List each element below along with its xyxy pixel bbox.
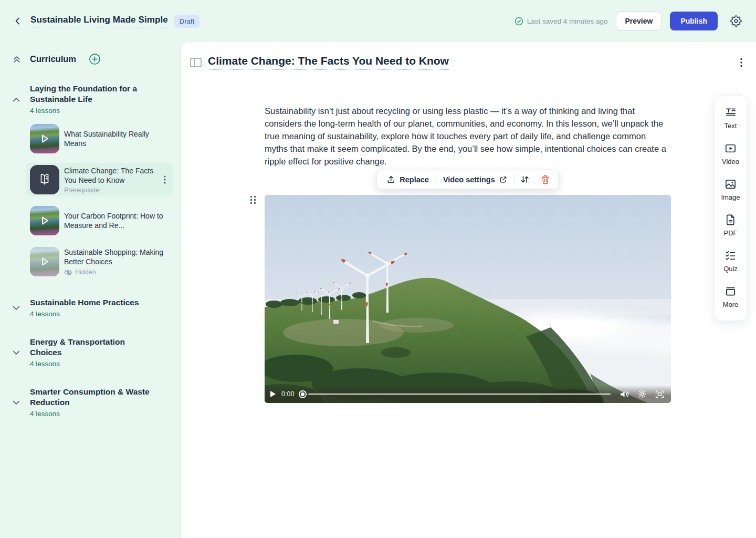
back-icon[interactable] (13, 16, 23, 26)
quiz-block-icon (724, 250, 737, 262)
topbar: Sustainable Living Made Simple Draft Las… (0, 0, 756, 42)
add-pdf-block[interactable]: PDF (715, 208, 747, 244)
lesson-prerequisite-label: Prerequisite (64, 187, 158, 194)
curriculum-section: Sustainable Home Practices 4 lessons (13, 297, 173, 318)
volume-icon[interactable] (620, 390, 629, 398)
section-title: Sustainable Home Practices (30, 297, 139, 308)
section-header[interactable]: Sustainable Home Practices 4 lessons (13, 297, 173, 318)
fullscreen-icon[interactable] (655, 390, 665, 399)
add-image-block[interactable]: Image (715, 172, 747, 208)
video-settings-button[interactable]: Video settings (436, 170, 514, 189)
open-book-icon (37, 173, 52, 187)
delete-block-button[interactable] (536, 170, 556, 189)
curriculum-header: Curriculum (30, 54, 76, 64)
section-title: Energy & Transportation Choices (30, 337, 156, 358)
palette-label: Quiz (723, 265, 738, 273)
upload-icon (386, 175, 395, 184)
lesson-video-thumbnail (30, 206, 59, 235)
add-text-block[interactable]: Text (715, 101, 747, 137)
move-block-button[interactable] (515, 170, 536, 189)
section-header[interactable]: Energy & Transportation Choices 4 lesson… (13, 337, 173, 368)
palette-label: More (723, 301, 739, 308)
lesson-page-title[interactable]: Climate Change: The Facts You Need to Kn… (208, 55, 449, 70)
more-blocks-icon (724, 285, 737, 297)
lesson-kebab-icon[interactable] (162, 175, 167, 184)
reading-lesson-tile (30, 165, 59, 194)
trash-icon (541, 175, 550, 184)
lesson-item[interactable]: Your Carbon Footprint: How to Measure an… (26, 204, 173, 237)
video-time: 0:00 (281, 390, 294, 398)
video-settings-gear-icon[interactable] (637, 389, 647, 399)
lesson-title: Your Carbon Footprint: How to Measure an… (64, 211, 169, 230)
lesson-item[interactable]: What Sustainability Really Means (26, 122, 173, 156)
play-icon (30, 124, 59, 153)
chevron-down-icon[interactable] (13, 298, 21, 318)
lesson-hidden-label: Hidden (75, 268, 96, 276)
status-badge: Draft (174, 15, 200, 28)
section-lesson-count: 4 lessons (30, 107, 156, 115)
content-block-palette: Text Video Image PDF Quiz More (714, 95, 747, 321)
add-quiz-block[interactable]: Quiz (715, 244, 747, 280)
video-block-icon (724, 142, 737, 154)
curriculum-section: Smarter Consumption & Waste Reduction 4 … (13, 387, 173, 418)
eye-off-icon (64, 269, 72, 276)
palette-label: Text (724, 122, 737, 130)
course-title[interactable]: Sustainable Living Made Simple (30, 15, 168, 27)
lesson-options-kebab-icon[interactable] (740, 58, 742, 67)
palette-label: PDF (724, 229, 738, 237)
chevron-up-icon[interactable] (13, 85, 21, 115)
scrubber-handle[interactable] (298, 390, 307, 399)
add-video-block[interactable]: Video (715, 137, 747, 172)
curriculum-section: Laying the Foundation for a Sustainable … (13, 84, 173, 278)
video-controls: 0:00 (265, 385, 671, 403)
section-title: Laying the Foundation for a Sustainable … (30, 84, 156, 105)
add-section-icon[interactable] (89, 54, 100, 65)
replace-label: Replace (400, 175, 429, 184)
lesson-title: What Sustainability Really Means (64, 129, 169, 148)
lesson-video-thumbnail (30, 247, 59, 276)
publish-button[interactable]: Publish (670, 12, 718, 30)
collapse-all-icon[interactable] (13, 55, 21, 64)
wind-turbines-video-frame (265, 195, 671, 403)
lesson-item-hidden[interactable]: Sustainable Shopping: Making Better Choi… (26, 245, 173, 278)
lesson-item-selected[interactable]: Climate Change: The Facts You Need to Kn… (26, 163, 173, 196)
lesson-title: Climate Change: The Facts You Need to Kn… (64, 166, 158, 185)
section-title: Smarter Consumption & Waste Reduction (30, 387, 156, 408)
play-icon (30, 206, 59, 235)
text-block-icon (724, 107, 737, 119)
curriculum-sidebar: Curriculum Laying the Foundation for a S… (0, 42, 181, 538)
progress-bar[interactable] (308, 394, 611, 395)
pdf-block-icon (724, 214, 737, 226)
section-lesson-count: 4 lessons (30, 410, 156, 418)
course-builder-screen: Sustainable Living Made Simple Draft Las… (0, 0, 756, 538)
preview-button[interactable]: Preview (616, 12, 663, 30)
section-header[interactable]: Laying the Foundation for a Sustainable … (13, 84, 173, 115)
sort-arrows-icon (521, 175, 530, 184)
palette-label: Video (722, 158, 739, 165)
lesson-editor: Climate Change: The Facts You Need to Kn… (181, 42, 756, 538)
check-circle-icon (514, 17, 523, 26)
play-icon (30, 247, 59, 276)
video-block-toolbar: Replace Video settings (376, 170, 559, 189)
toggle-panel-icon[interactable] (190, 58, 202, 67)
external-link-icon (499, 175, 508, 184)
lesson-title: Sustainable Shopping: Making Better Choi… (64, 247, 169, 266)
video-settings-label: Video settings (443, 175, 495, 184)
replace-button[interactable]: Replace (380, 170, 436, 189)
settings-gear-icon[interactable] (730, 15, 742, 27)
drag-handle[interactable] (250, 196, 256, 204)
video-player[interactable]: 0:00 (265, 195, 671, 403)
play-button[interactable] (270, 390, 276, 398)
lesson-body-text[interactable]: Sustainability isn’t just about recyclin… (265, 105, 671, 168)
section-lesson-count: 4 lessons (30, 310, 139, 318)
curriculum-section: Energy & Transportation Choices 4 lesson… (13, 337, 173, 368)
chevron-down-icon[interactable] (13, 388, 21, 418)
add-more-block[interactable]: More (715, 280, 747, 315)
image-block-icon (724, 178, 737, 190)
lesson-video-thumbnail (30, 124, 59, 153)
chevron-down-icon[interactable] (13, 338, 21, 368)
save-status: Last saved 4 minutes ago (514, 17, 608, 26)
section-header[interactable]: Smarter Consumption & Waste Reduction 4 … (13, 387, 173, 418)
save-status-text: Last saved 4 minutes ago (527, 17, 608, 25)
palette-label: Image (721, 193, 740, 201)
